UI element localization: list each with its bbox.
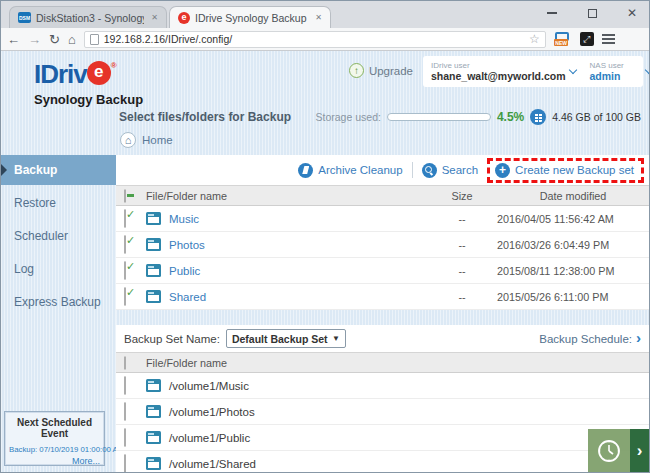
tab-title: IDrive Synology Backup A bbox=[195, 12, 308, 24]
page: IDriv e ® Synology Backup ↑ Upgrade IDri… bbox=[1, 51, 649, 472]
name-column-header: File/Folder name bbox=[146, 190, 427, 202]
browser-toolbar: ← → ↻ ⌂ 192.168.2.16/IDrive/.config/ ☆ N… bbox=[1, 28, 649, 51]
sidebar-item-express-backup[interactable]: Express Backup bbox=[1, 287, 116, 317]
nse-detail: Backup: 07/10/2019 01:00:00 AM bbox=[9, 445, 100, 454]
idrive-user-dropdown[interactable]: IDrive user shane_walt@myworld.com bbox=[431, 61, 576, 83]
tab-idrive[interactable]: e IDrive Synology Backup A ✕ bbox=[169, 6, 331, 28]
row-checkbox[interactable] bbox=[124, 402, 126, 421]
slideout-overlay: › bbox=[588, 429, 649, 472]
browser-menu-icon[interactable] bbox=[602, 34, 615, 44]
idrive-logo: IDriv e ® Synology Backup bbox=[34, 59, 143, 107]
forward-icon[interactable]: → bbox=[28, 33, 41, 46]
create-new-backup-set-button[interactable]: + Create new Backup set bbox=[487, 158, 644, 183]
idrive-user-label: IDrive user bbox=[431, 61, 566, 71]
table-row[interactable]: /volume1/Photos bbox=[116, 399, 649, 425]
plus-icon: + bbox=[495, 163, 510, 178]
folder-icon bbox=[146, 212, 161, 225]
storage-usage: 4.46 GB of 100 GB bbox=[552, 111, 641, 123]
table-row[interactable]: Shared -- 2015/05/26 6:11:00 PM bbox=[116, 284, 649, 310]
clock-icon bbox=[596, 438, 622, 464]
nas-user-dropdown[interactable]: NAS user admin bbox=[590, 61, 649, 83]
volume-path: /volume1/Shared bbox=[169, 458, 256, 470]
window-controls: ✕ bbox=[539, 3, 645, 23]
calculator-icon[interactable] bbox=[530, 109, 546, 125]
breadcrumb-home[interactable]: ⌂ Home bbox=[120, 132, 173, 148]
select-all-checkbox[interactable] bbox=[124, 356, 126, 370]
storage-bar bbox=[387, 113, 491, 121]
table-row[interactable]: Photos -- 2016/03/26 6:04:49 PM bbox=[116, 232, 649, 258]
table-row[interactable]: /volume1/Music bbox=[116, 373, 649, 399]
folder-icon bbox=[146, 405, 161, 418]
page-icon bbox=[90, 34, 99, 45]
archive-cleanup-icon bbox=[298, 163, 313, 178]
address-bar[interactable]: 192.168.2.16/IDrive/.config/ ☆ bbox=[84, 31, 546, 48]
row-checkbox[interactable] bbox=[124, 235, 126, 254]
search-icon bbox=[422, 163, 437, 178]
search-button[interactable]: Search bbox=[422, 163, 478, 178]
table-row[interactable]: /volume1/Shared bbox=[116, 451, 649, 472]
folder-icon bbox=[146, 379, 161, 392]
close-button[interactable]: ✕ bbox=[619, 4, 645, 22]
row-checkbox[interactable] bbox=[124, 454, 126, 473]
table-row[interactable]: /volume1/Public bbox=[116, 425, 649, 451]
browser-titlebar: DSM DiskStation3 - Synology D ✕ e IDrive… bbox=[1, 1, 649, 28]
backup-set-select[interactable]: Default Backup Set ▼ bbox=[226, 329, 346, 348]
sidebar-item-log[interactable]: Log bbox=[1, 254, 116, 284]
table-row[interactable]: Music -- 2016/04/05 11:56:42 AM bbox=[116, 206, 649, 232]
folder-icon bbox=[146, 238, 161, 251]
tab-diskstation[interactable]: DSM DiskStation3 - Synology D ✕ bbox=[9, 6, 167, 28]
row-checkbox[interactable] bbox=[124, 287, 126, 306]
storage-percent: 4.5% bbox=[497, 110, 524, 124]
browser-window: DSM DiskStation3 - Synology D ✕ e IDrive… bbox=[0, 0, 650, 473]
sidebar: Backup Restore Scheduler Log Express Bac… bbox=[1, 155, 116, 472]
upgrade-button[interactable]: ↑ Upgrade bbox=[349, 63, 413, 78]
home-icon[interactable]: ⌂ bbox=[68, 33, 76, 46]
maximize-button[interactable] bbox=[579, 4, 605, 22]
backup-schedule-link[interactable]: Backup Schedule: › bbox=[539, 332, 641, 345]
minimize-button[interactable] bbox=[539, 4, 565, 22]
row-checkbox[interactable] bbox=[124, 209, 126, 228]
sidebar-item-scheduler[interactable]: Scheduler bbox=[1, 221, 116, 251]
tab-close-icon[interactable]: ✕ bbox=[149, 11, 160, 24]
sidebar-item-restore[interactable]: Restore bbox=[1, 188, 116, 218]
sidebar-item-backup[interactable]: Backup bbox=[1, 155, 116, 185]
row-checkbox[interactable] bbox=[124, 376, 126, 395]
nse-more-link[interactable]: More... bbox=[9, 456, 100, 466]
chevron-down-icon bbox=[644, 66, 649, 74]
bookmark-star-icon[interactable]: ☆ bbox=[529, 32, 540, 46]
logo-e-icon: e bbox=[87, 61, 111, 85]
nse-title: Next Scheduled Event bbox=[9, 417, 100, 439]
reload-icon[interactable]: ↻ bbox=[49, 33, 60, 46]
url-text[interactable]: 192.168.2.16/IDrive/.config/ bbox=[104, 33, 524, 45]
folder-name-link[interactable]: Photos bbox=[169, 239, 205, 251]
registered-mark: ® bbox=[111, 61, 117, 70]
idrive-favicon-icon: e bbox=[178, 12, 190, 24]
back-icon[interactable]: ← bbox=[7, 33, 20, 46]
row-checkbox[interactable] bbox=[124, 261, 126, 280]
clock-panel bbox=[588, 429, 630, 472]
backup-set-row: Backup Set Name: Default Backup Set ▼ Ba… bbox=[116, 325, 649, 352]
volume-path: /volume1/Photos bbox=[169, 406, 255, 418]
folder-icon bbox=[146, 264, 161, 277]
folder-name-link[interactable]: Music bbox=[169, 213, 199, 225]
fullscreen-extension-icon[interactable]: ⤢ bbox=[580, 32, 594, 46]
extension-new-icon[interactable]: NEW bbox=[554, 32, 572, 46]
backup-table-header: File/Folder name Size Date modified bbox=[116, 185, 649, 206]
folder-name-link[interactable]: Public bbox=[169, 265, 200, 277]
size-column-header: Size bbox=[427, 190, 497, 202]
archive-cleanup-button[interactable]: Archive Cleanup bbox=[298, 163, 402, 178]
idrive-user-value: shane_walt@myworld.com bbox=[431, 70, 566, 82]
tab-close-icon[interactable]: ✕ bbox=[313, 11, 324, 24]
select-all-checkbox[interactable] bbox=[124, 189, 126, 203]
nas-user-label: NAS user bbox=[590, 61, 642, 71]
folder-name-link[interactable]: Shared bbox=[169, 291, 206, 303]
slideout-toggle[interactable]: › bbox=[630, 429, 649, 472]
volume-table-header: File/Folder name bbox=[116, 352, 649, 373]
next-scheduled-event-panel: Next Scheduled Event Backup: 07/10/2019 … bbox=[4, 411, 105, 466]
storage-label: Storage used: bbox=[316, 111, 381, 123]
volume-path: /volume1/Music bbox=[169, 380, 249, 392]
logo-text: IDriv bbox=[34, 59, 87, 90]
row-checkbox[interactable] bbox=[124, 428, 126, 447]
tab-title: DiskStation3 - Synology D bbox=[36, 12, 144, 24]
table-row[interactable]: Public -- 2015/08/11 12:38:00 PM bbox=[116, 258, 649, 284]
